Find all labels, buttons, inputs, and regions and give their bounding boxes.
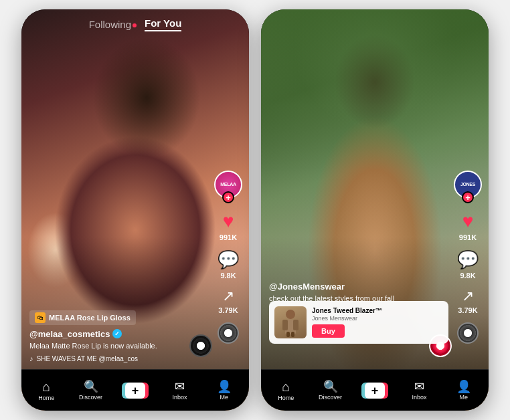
description-left: Melaa Matte Rose Lip is now available.: [29, 341, 209, 351]
bottom-info-left: 🛍 MELAA Rose Lip Gloss @melaa_cosmetics …: [29, 310, 209, 362]
tiktok-disc-left: ▶: [189, 334, 212, 357]
me-icon-right: 👤: [456, 381, 471, 393]
product-tag-text-left: MELAA Rose Lip Gloss: [49, 314, 131, 322]
product-icon-left: 🛍: [35, 312, 46, 323]
follow-button-left[interactable]: +: [222, 191, 234, 203]
username-left[interactable]: @melaa_cosmetics ✓: [29, 329, 209, 339]
tab-for-you[interactable]: For You: [145, 17, 181, 31]
add-button-right[interactable]: +: [361, 381, 388, 400]
music-text-left: SHE WAVES AT ME @melaa_cos: [37, 355, 139, 362]
music-info-left: ♪ SHE WAVES AT ME @melaa_cos: [29, 354, 209, 362]
product-person-svg: [274, 306, 307, 338]
music-disc-left: [218, 322, 239, 344]
svg-rect-5: [291, 332, 294, 337]
inbox-icon-right: ✉: [414, 381, 424, 393]
svg-rect-3: [293, 320, 299, 330]
comment-count-right: 9.8K: [460, 272, 475, 280]
inbox-label-right: Inbox: [412, 394, 426, 401]
product-tag-left[interactable]: 🛍 MELAA Rose Lip Gloss: [29, 310, 136, 325]
side-actions-left: MELAA + ♥ 991K 💬 9.8K ↗ 3.79K: [214, 171, 242, 344]
plus-icon-left: +: [132, 385, 139, 397]
home-icon-right: ⌂: [282, 380, 290, 393]
music-disc-right: [457, 322, 479, 344]
creator-avatar-right[interactable]: JONES +: [454, 171, 482, 199]
music-disc-animation-left: [218, 322, 239, 344]
share-action-left[interactable]: ↗ 3.79K: [218, 288, 238, 314]
like-action-left[interactable]: ♥ 991K: [220, 211, 237, 241]
share-icon-right: ↗: [462, 288, 474, 305]
svg-point-0: [286, 310, 295, 319]
follow-button-right[interactable]: +: [462, 191, 474, 203]
nav-discover-right[interactable]: 🔍 Discover: [308, 381, 352, 401]
plus-icon-right: +: [371, 385, 379, 397]
product-brand-right: Jones Menswear: [312, 315, 443, 322]
nav-inbox-left[interactable]: ✉ Inbox: [157, 381, 201, 401]
product-name-right: Jones Tweed Blazer™: [312, 307, 443, 315]
discover-label-right: Discover: [319, 394, 342, 401]
product-thumbnail-right: [274, 306, 307, 338]
add-btn-white-right: +: [365, 383, 385, 399]
svg-rect-2: [282, 320, 288, 330]
add-btn-white-left: +: [125, 383, 145, 399]
discover-icon-right: 🔍: [323, 381, 338, 393]
discover-icon-left: 🔍: [84, 381, 98, 393]
nav-me-left[interactable]: 👤 Me: [202, 381, 246, 401]
like-count-right: 991K: [459, 233, 477, 241]
svg-rect-4: [286, 332, 290, 337]
like-count-left: 991K: [220, 233, 237, 241]
home-label-right: Home: [278, 395, 294, 401]
me-label-right: Me: [460, 394, 469, 401]
live-dot: [133, 23, 137, 27]
nav-discover-left[interactable]: 🔍 Discover: [68, 381, 112, 401]
music-disc-animation-right: [457, 322, 479, 344]
side-actions-right: JONES + ♥ 991K 💬 9.8K ↗ 3.79K: [454, 171, 482, 344]
add-button-left[interactable]: +: [122, 381, 149, 400]
comment-action-right[interactable]: 💬 9.8K: [457, 249, 479, 280]
home-label-left: Home: [38, 395, 54, 401]
me-label-left: Me: [220, 394, 229, 401]
verified-badge-left: ✓: [112, 329, 122, 338]
tab-following[interactable]: Following: [89, 19, 137, 30]
comment-count-left: 9.8K: [220, 272, 236, 280]
share-count-left: 3.79K: [218, 306, 238, 314]
header-left: Following For You: [21, 9, 249, 37]
bottom-nav-right: ⌂ Home 🔍 Discover + ✉ Inbox 👤 Me: [261, 369, 489, 411]
like-action-right[interactable]: ♥ 991K: [459, 211, 477, 241]
share-icon-left: ↗: [222, 288, 234, 305]
nav-add-left[interactable]: +: [113, 381, 157, 400]
music-note-left: ♪: [29, 354, 33, 362]
nav-inbox-right[interactable]: ✉ Inbox: [397, 381, 441, 401]
creator-avatar-left[interactable]: MELAA +: [214, 171, 242, 199]
nav-home-right[interactable]: ⌂ Home: [264, 380, 308, 401]
discover-label-left: Discover: [79, 394, 102, 401]
inbox-label-left: Inbox: [172, 394, 187, 401]
phone-right: JONES + ♥ 991K 💬 9.8K ↗ 3.79K @JonesMens…: [261, 9, 489, 411]
comment-action-left[interactable]: 💬 9.8K: [218, 249, 239, 280]
product-card-right[interactable]: Jones Tweed Blazer™ Jones Menswear Buy: [269, 301, 448, 344]
phone-left: Following For You MELAA + ♥ 991K 💬 9.8K …: [21, 9, 249, 411]
share-action-right[interactable]: ↗ 3.79K: [458, 288, 477, 314]
comment-icon-left: 💬: [218, 249, 239, 270]
spinning-disc-left: ▶: [189, 334, 212, 357]
heart-icon-left: ♥: [223, 211, 234, 232]
buy-button-right[interactable]: Buy: [312, 324, 345, 338]
nav-home-left[interactable]: ⌂ Home: [24, 380, 68, 401]
username-right[interactable]: @JonesMenswear: [269, 282, 448, 292]
comment-icon-right: 💬: [457, 249, 479, 270]
nav-add-right[interactable]: +: [353, 381, 397, 400]
share-count-right: 3.79K: [458, 306, 477, 314]
inbox-icon-left: ✉: [175, 381, 185, 393]
product-thumb-inner: [274, 306, 307, 338]
me-icon-left: 👤: [217, 381, 232, 393]
heart-icon-right: ♥: [462, 211, 474, 232]
foliage-overlay: [261, 9, 489, 170]
bottom-nav-left: ⌂ Home 🔍 Discover + ✉ Inbox 👤 Me: [21, 369, 249, 411]
nav-me-right[interactable]: 👤 Me: [442, 381, 486, 401]
product-info-right: Jones Tweed Blazer™ Jones Menswear Buy: [312, 307, 443, 338]
home-icon-left: ⌂: [42, 380, 50, 393]
